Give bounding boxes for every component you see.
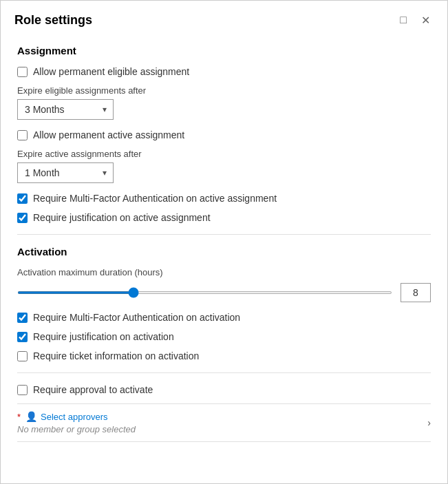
require-justification-active-row: Require justification on active assignme… (17, 212, 431, 223)
minimize-button[interactable]: □ (395, 12, 412, 28)
require-ticket-row: Require ticket information on activation (17, 350, 431, 361)
activation-section: Activation Activation maximum duration (… (17, 246, 431, 442)
approvers-chevron-icon[interactable]: › (427, 417, 431, 428)
expire-eligible-label: Expire eligible assignments after (17, 85, 431, 96)
close-button[interactable]: ✕ (417, 12, 434, 28)
approvers-sub-label: No member or group selected (17, 424, 136, 434)
require-ticket-checkbox[interactable] (17, 351, 28, 361)
slider-section: Activation maximum duration (hours) 8 (17, 267, 431, 302)
require-approval-checkbox[interactable] (17, 385, 28, 395)
duration-slider[interactable] (17, 291, 392, 294)
dialog: Role settings □ ✕ Assignment Allow perma… (0, 0, 448, 484)
activation-section-title: Activation (17, 246, 431, 257)
approvers-label: * 👤 Select approvers (17, 411, 136, 422)
select-approvers-text: Select approvers (41, 412, 108, 422)
expire-eligible-select[interactable]: 3 Months 1 Month 6 Months 1 Year Never (17, 99, 114, 120)
max-duration-label: Activation maximum duration (hours) (17, 267, 431, 277)
approvers-left: * 👤 Select approvers No member or group … (17, 411, 136, 434)
allow-permanent-eligible-checkbox[interactable] (17, 67, 28, 77)
title-bar: Role settings □ ✕ (1, 1, 447, 34)
title-bar-actions: □ ✕ (395, 12, 434, 28)
expire-active-select[interactable]: 1 Month 3 Months 6 Months 1 Year Never (17, 162, 114, 183)
dialog-title: Role settings (14, 13, 92, 28)
section-divider (17, 234, 431, 235)
allow-permanent-active-checkbox[interactable] (17, 130, 28, 140)
require-justification-active-checkbox[interactable] (17, 213, 28, 223)
expire-active-dropdown-wrapper: 1 Month 3 Months 6 Months 1 Year Never ▾ (17, 162, 114, 183)
person-icon: 👤 (25, 411, 37, 422)
assignment-section: Assignment Allow permanent eligible assi… (17, 45, 431, 223)
allow-permanent-active-row: Allow permanent active assignment (17, 129, 431, 140)
require-approval-label[interactable]: Require approval to activate (33, 384, 153, 395)
require-justification-active-label[interactable]: Require justification on active assignme… (33, 212, 211, 223)
slider-container (17, 286, 392, 299)
require-ticket-label[interactable]: Require ticket information on activation (33, 350, 199, 361)
approvers-row[interactable]: * 👤 Select approvers No member or group … (17, 403, 431, 442)
slider-value-text: 8 (413, 287, 418, 298)
mid-divider (17, 372, 431, 373)
require-mfa-activation-row: Require Multi-Factor Authentication on a… (17, 312, 431, 323)
allow-permanent-eligible-label[interactable]: Allow permanent eligible assignment (33, 66, 189, 77)
require-mfa-active-checkbox[interactable] (17, 193, 28, 204)
require-justification-activation-checkbox[interactable] (17, 332, 28, 342)
expire-active-label: Expire active assignments after (17, 149, 431, 159)
require-approval-row: Require approval to activate (17, 384, 431, 395)
allow-permanent-active-label[interactable]: Allow permanent active assignment (33, 129, 184, 140)
allow-permanent-eligible-row: Allow permanent eligible assignment (17, 66, 431, 77)
require-mfa-activation-checkbox[interactable] (17, 313, 28, 323)
expire-eligible-dropdown-wrapper: 3 Months 1 Month 6 Months 1 Year Never ▾ (17, 99, 114, 120)
required-star: * (17, 412, 21, 422)
require-mfa-active-label[interactable]: Require Multi-Factor Authentication on a… (33, 193, 277, 204)
require-mfa-activation-label[interactable]: Require Multi-Factor Authentication on a… (33, 312, 240, 323)
assignment-section-title: Assignment (17, 45, 431, 56)
require-mfa-active-row: Require Multi-Factor Authentication on a… (17, 193, 431, 204)
require-justification-activation-label[interactable]: Require justification on activation (33, 331, 174, 342)
slider-row: 8 (17, 283, 431, 302)
dialog-content: Assignment Allow permanent eligible assi… (1, 34, 447, 483)
slider-value-display: 8 (401, 283, 431, 302)
require-justification-activation-row: Require justification on activation (17, 331, 431, 342)
